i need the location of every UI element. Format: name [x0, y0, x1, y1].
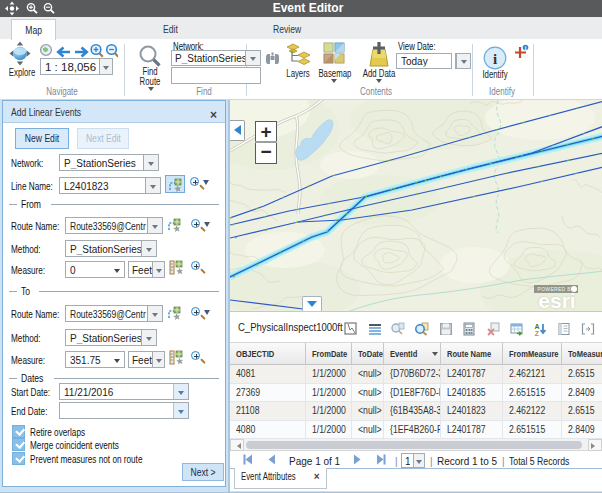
- svg-text:A: A: [534, 323, 539, 330]
- svg-text:i: i: [493, 51, 497, 67]
- svg-text:Z: Z: [535, 330, 540, 337]
